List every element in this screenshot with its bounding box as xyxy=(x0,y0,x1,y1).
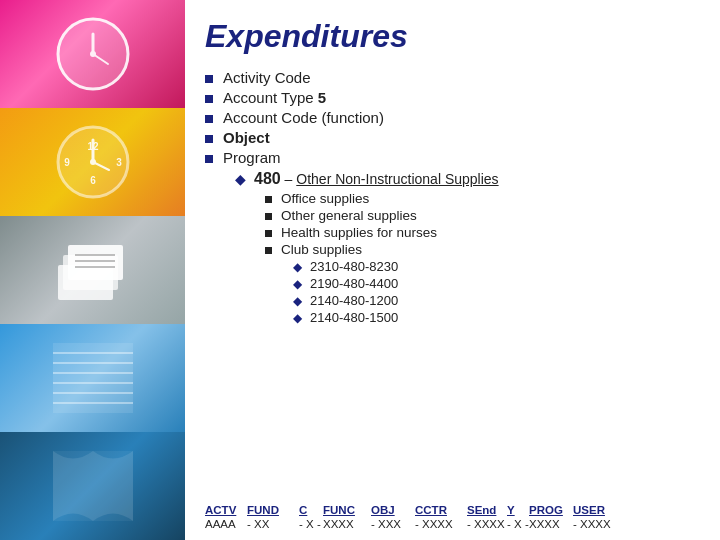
program-text: Program xyxy=(223,149,281,166)
header-func: FUNC xyxy=(323,504,371,516)
svg-rect-14 xyxy=(68,245,123,280)
list-item-account-type: Account Type 5 xyxy=(205,89,700,106)
svg-text:6: 6 xyxy=(90,175,96,186)
sidebar: 12 3 6 9 xyxy=(0,0,185,540)
bullet-square-2 xyxy=(205,95,213,103)
svg-point-11 xyxy=(90,159,96,165)
sidebar-image-fabric xyxy=(0,324,185,432)
page-title: Expenditures xyxy=(205,18,700,55)
diamond-bullet-1: ◆ xyxy=(235,171,246,187)
bullet-small-2 xyxy=(265,213,272,220)
bottom-row: ACTV FUND C FUNC OBJ CCTR SEnd Y PROG US… xyxy=(205,504,700,530)
header-cctr: CCTR xyxy=(415,504,467,516)
data-obj: - XXX xyxy=(371,518,415,530)
header-fund: FUND xyxy=(247,504,299,516)
supplies-label: Other Non-Instructional Supplies xyxy=(296,171,498,187)
header-actv: ACTV xyxy=(205,504,247,516)
sub-item-general: Other general supplies xyxy=(265,208,700,223)
content-area: Activity Code Account Type 5 Account Cod… xyxy=(205,69,700,504)
bullet-square-4 xyxy=(205,135,213,143)
bullet-square-5 xyxy=(205,155,213,163)
bullet-small-4 xyxy=(265,247,272,254)
object-text: Object xyxy=(223,129,270,146)
svg-text:3: 3 xyxy=(116,157,122,168)
activity-code-text: Activity Code xyxy=(223,69,311,86)
list-item-activity: Activity Code xyxy=(205,69,700,86)
code-item-1: ◆ 2310-480-8230 xyxy=(293,259,700,274)
main-content: Expenditures Activity Code Account Type … xyxy=(185,0,720,540)
list-item-object: Object xyxy=(205,129,700,146)
header-y: Y xyxy=(507,504,529,516)
bullet-square-1 xyxy=(205,75,213,83)
program-480-text: 480 – Other Non-Instructional Supplies xyxy=(254,170,499,188)
diamond-small-4: ◆ xyxy=(293,311,302,325)
sidebar-image-clock-yellow: 12 3 6 9 xyxy=(0,108,185,216)
top-list: Activity Code Account Type 5 Account Cod… xyxy=(205,69,700,166)
sub-list: Office supplies Other general supplies H… xyxy=(265,191,700,257)
header-prog: PROG xyxy=(529,504,573,516)
bullet-small-1 xyxy=(265,196,272,203)
data-c: - X - xyxy=(299,518,323,530)
dash: – xyxy=(281,171,297,187)
list-item-program: Program xyxy=(205,149,700,166)
data-sfnd: - XXXX xyxy=(467,518,507,530)
bullet-small-3 xyxy=(265,230,272,237)
list-item-account-code: Account Code (function) xyxy=(205,109,700,126)
svg-point-3 xyxy=(90,51,96,57)
diamond-small-1: ◆ xyxy=(293,260,302,274)
code-480: 480 xyxy=(254,170,281,187)
data-user: - XXXX xyxy=(573,518,617,530)
header-user: USER xyxy=(573,504,617,516)
data-cctr: - XXXX xyxy=(415,518,467,530)
sidebar-image-blue-fabric xyxy=(0,432,185,540)
code-item-4: ◆ 2140-480-1500 xyxy=(293,310,700,325)
sub-item-health: Health supplies for nurses xyxy=(265,225,700,240)
code-list: ◆ 2310-480-8230 ◆ 2190-480-4400 ◆ 2140-4… xyxy=(293,259,700,325)
account-code-text: Account Code (function) xyxy=(223,109,384,126)
diamond-small-3: ◆ xyxy=(293,294,302,308)
sidebar-image-papers xyxy=(0,216,185,324)
program-sub-item: ◆ 480 – Other Non-Instructional Supplies xyxy=(235,170,700,188)
data-prog: XXXX xyxy=(529,518,573,530)
bullet-square-3 xyxy=(205,115,213,123)
code-item-2: ◆ 2190-480-4400 xyxy=(293,276,700,291)
data-y: - X - xyxy=(507,518,529,530)
bottom-header: ACTV FUND C FUNC OBJ CCTR SEnd Y PROG US… xyxy=(205,504,700,516)
header-obj: OBJ xyxy=(371,504,415,516)
bottom-data: AAAA - XX - X - XXXX - XXX - XXXX - XXXX… xyxy=(205,518,700,530)
sidebar-image-clock-pink xyxy=(0,0,185,108)
data-fund: - XX xyxy=(247,518,299,530)
data-func: XXXX xyxy=(323,518,371,530)
header-sfnd: SEnd xyxy=(467,504,507,516)
sub-item-office: Office supplies xyxy=(265,191,700,206)
header-c: C xyxy=(299,504,323,516)
sub-item-club: Club supplies xyxy=(265,242,700,257)
diamond-small-2: ◆ xyxy=(293,277,302,291)
data-actv: AAAA xyxy=(205,518,247,530)
account-type-text: Account Type 5 xyxy=(223,89,326,106)
svg-text:9: 9 xyxy=(64,157,70,168)
code-item-3: ◆ 2140-480-1200 xyxy=(293,293,700,308)
